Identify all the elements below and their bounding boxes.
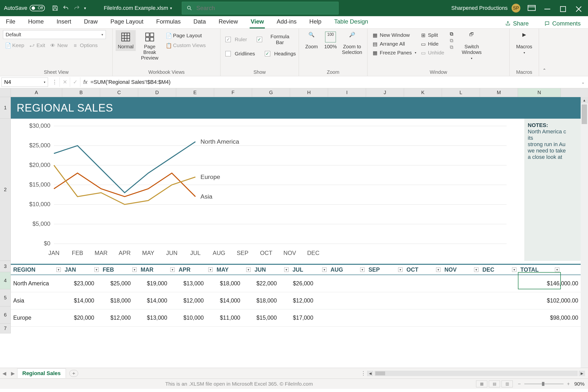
row-header[interactable]: 6 <box>0 306 11 324</box>
expand-formulabar-icon[interactable]: ⌄ <box>578 80 588 84</box>
row-header[interactable]: 5 <box>0 289 11 306</box>
tab-insert[interactable]: Insert <box>56 16 72 28</box>
vertical-scrollbar[interactable]: ▲ <box>581 97 588 368</box>
account-name[interactable]: Sharpened Productions <box>451 5 508 11</box>
table-header[interactable]: NOV▾ <box>442 265 480 274</box>
search-box[interactable] <box>182 2 339 14</box>
cell[interactable]: $17,000 <box>279 314 316 321</box>
filter-dropdown-icon[interactable]: ▾ <box>170 268 175 272</box>
formula-input[interactable]: =SUM('Regional Sales'!$B4:$M4) <box>90 79 578 85</box>
cell[interactable]: $26,000 <box>279 280 316 287</box>
tab-file[interactable]: File <box>5 16 16 28</box>
col-header[interactable]: N <box>518 88 561 97</box>
filter-dropdown-icon[interactable]: ▾ <box>208 268 213 272</box>
table-header[interactable]: MAY▾ <box>214 265 252 274</box>
col-header[interactable]: L <box>442 88 480 97</box>
switchwindows-button[interactable]: 🗗Switch Windows▾ <box>457 30 486 62</box>
tab-draw[interactable]: Draw <box>83 16 99 28</box>
col-header[interactable]: G <box>252 88 290 97</box>
filename[interactable]: FileInfo.com Example.xlsm ▾ <box>104 5 172 11</box>
arrangeall-button[interactable]: ▤Arrange All <box>370 40 418 48</box>
pagebreak-button[interactable]: Page Break Preview <box>136 30 163 62</box>
filter-dropdown-icon[interactable]: ▾ <box>360 268 364 272</box>
collapse-ribbon-icon[interactable]: ˆ <box>539 29 550 76</box>
cell[interactable]: $14,000 <box>60 297 97 304</box>
cell[interactable]: $25,000 <box>97 280 133 287</box>
table-header[interactable]: SEP▾ <box>366 265 404 274</box>
cell-total[interactable]: $146,000.00 <box>540 280 581 287</box>
macros-button[interactable]: ▶Macros▾ <box>513 30 536 56</box>
pagebreak-view-icon[interactable]: ▥ <box>502 380 513 387</box>
row-headers[interactable]: 1234567 <box>0 97 11 334</box>
qat-dropdown-icon[interactable]: ▾ <box>84 6 86 10</box>
tab-add-ins[interactable]: Add-ins <box>276 16 297 28</box>
tab-view[interactable]: View <box>250 16 265 28</box>
new-view-button[interactable]: 👁New <box>48 42 70 49</box>
freezepanes-button[interactable]: ▦Freeze Panes▾ <box>370 49 418 57</box>
cell[interactable]: $12,000 <box>97 314 133 321</box>
sheet-tab-active[interactable]: Regional Sales <box>17 368 66 378</box>
cell[interactable]: $20,000 <box>60 314 97 321</box>
keep-button[interactable]: 📄Keep <box>3 42 26 49</box>
viewsidebyside-icon[interactable]: ⧉ <box>450 31 453 37</box>
fx-icon[interactable]: fx <box>80 79 90 85</box>
cell[interactable]: $19,000 <box>133 280 170 287</box>
close-icon[interactable] <box>574 5 583 12</box>
headings-checkbox[interactable]: Headings <box>263 50 298 58</box>
table-header[interactable]: APR▾ <box>176 265 214 274</box>
zoom-100-button[interactable]: 100100% <box>322 30 339 51</box>
customviews-button[interactable]: 📋Custom Views <box>164 42 208 49</box>
zoom-selection-button[interactable]: 🔎Zoom to Selection <box>340 30 364 57</box>
scroll-left-icon[interactable]: ◀ <box>367 371 373 376</box>
table-header[interactable]: MAR▾ <box>138 265 176 274</box>
tab-review[interactable]: Review <box>218 16 239 28</box>
ribbon-display-icon[interactable] <box>527 5 536 12</box>
col-header[interactable]: K <box>404 88 442 97</box>
filter-dropdown-icon[interactable]: ▾ <box>246 268 251 272</box>
row-header[interactable]: 4 <box>0 272 11 289</box>
cell[interactable]: $12,000 <box>170 297 206 304</box>
syncscroll-icon[interactable]: ⧉ <box>450 38 453 44</box>
col-header[interactable]: E <box>176 88 214 97</box>
save-icon[interactable] <box>52 5 58 12</box>
col-header[interactable]: C <box>100 88 138 97</box>
zoom-out-icon[interactable]: − <box>518 381 521 387</box>
tab-page-layout[interactable]: Page Layout <box>109 16 145 28</box>
scroll-up-icon[interactable]: ▲ <box>581 97 588 104</box>
table-header[interactable]: AUG▾ <box>328 265 366 274</box>
table-header[interactable]: JUL▾ <box>290 265 328 274</box>
table-header[interactable]: OCT▾ <box>404 265 442 274</box>
undo-icon[interactable] <box>62 5 69 12</box>
search-input[interactable] <box>196 5 334 12</box>
tab-prev-icon[interactable]: ◀ <box>0 370 8 376</box>
scroll-thumb[interactable] <box>582 104 587 124</box>
add-sheet-button[interactable]: ＋ <box>69 370 78 377</box>
row-header[interactable]: 1 <box>0 97 11 119</box>
tab-next-icon[interactable]: ▶ <box>8 370 17 376</box>
cancel-icon[interactable]: ✕ <box>60 78 70 87</box>
cell[interactable]: $11,000 <box>206 314 243 321</box>
tab-help[interactable]: Help <box>308 16 322 28</box>
filter-dropdown-icon[interactable]: ▾ <box>398 268 403 272</box>
table-header[interactable]: TOTAL▾ <box>518 265 561 274</box>
zoom-slider[interactable] <box>524 384 564 384</box>
autosave-toggle[interactable]: Off <box>30 5 45 11</box>
redo-icon[interactable] <box>73 5 80 12</box>
gridlines-checkbox[interactable]: Gridlines <box>224 50 257 58</box>
tab-table-design[interactable]: Table Design <box>333 16 369 28</box>
exit-button[interactable]: ⮐Exit <box>27 42 47 49</box>
hscroll-thumb[interactable] <box>375 372 385 375</box>
filter-dropdown-icon[interactable]: ▾ <box>555 268 559 272</box>
normal-view-icon[interactable]: ▦ <box>476 380 487 387</box>
col-header[interactable]: B <box>62 88 100 97</box>
cell[interactable]: $18,000 <box>243 297 279 304</box>
unhide-button[interactable]: ▭Unhide <box>419 49 446 57</box>
col-header[interactable]: M <box>480 88 518 97</box>
minimize-icon[interactable] <box>543 5 552 12</box>
cell[interactable]: $12,000 <box>279 297 316 304</box>
cell[interactable]: $13,000 <box>170 280 206 287</box>
horizontal-scrollbar[interactable]: ⋮ ◀ ▶ <box>78 370 585 376</box>
zoom-in-icon[interactable]: + <box>567 381 570 387</box>
tab-formulas[interactable]: Formulas <box>155 16 182 28</box>
row-header[interactable]: 7 <box>0 324 11 334</box>
